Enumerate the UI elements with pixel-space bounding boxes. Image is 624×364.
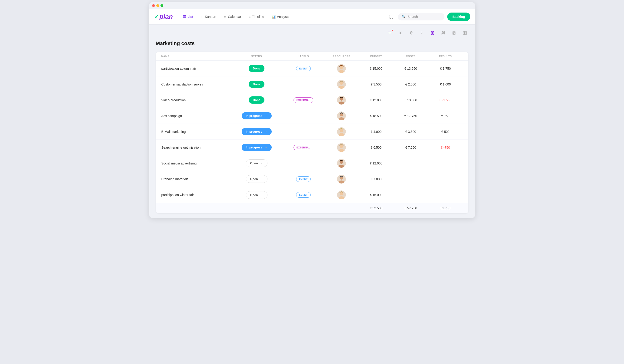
costs-value: € 13.250 [404,67,417,70]
puzzle-icon[interactable] [429,29,436,37]
users-icon[interactable] [440,29,447,37]
nav-kanban[interactable]: ⊞ Kanban [197,13,219,21]
expand-icon[interactable] [388,13,395,21]
maximize-dot[interactable] [160,4,163,7]
svg-rect-12 [463,31,464,33]
table-row[interactable]: Search engine optimisation In progress →… [156,140,468,155]
status-badge[interactable]: In progress → [242,144,272,151]
grid-icon[interactable] [461,29,468,37]
budget-value: € 6.500 [371,146,382,149]
costs-value: € 2.500 [405,82,416,86]
cell-budget: € 15.000 [359,67,393,70]
task-table: NAME STATUS LABELS RESOURCES BUDGET COST… [156,52,468,213]
cell-resources [324,112,359,120]
timeline-icon: ≡ [249,15,251,19]
status-badge[interactable]: Done [249,65,265,72]
table-row[interactable]: E-Mail marketing In progress → € 4.000 €… [156,124,468,140]
cell-name: Video production [161,98,231,102]
table-row[interactable]: participation autumn fair Done EVENT € 1… [156,61,468,76]
costs-value: € 3.500 [405,130,416,134]
col-status: STATUS [231,55,282,58]
close-dot[interactable] [152,4,155,7]
cell-name: Branding materials [161,177,231,181]
content: Marketing costs NAME STATUS LABELS RESOU… [149,25,475,218]
table-row[interactable]: Branding materials Open → EVENT € 7.000 [156,171,468,187]
status-badge[interactable]: In progress → [242,112,272,119]
task-name: Social media advertising [161,161,197,165]
table-footer: € 93.500 € 57.750 €1.750 [156,203,468,213]
cell-name: Customer satisfaction survey [161,82,231,86]
search-box[interactable]: 🔍 [398,13,444,21]
toolbar-row [156,29,468,37]
cell-resources [324,80,359,89]
cell-status[interactable]: In progress → [231,144,282,151]
svg-point-17 [340,66,343,69]
status-badge[interactable]: Open → [246,159,267,167]
budget-value: € 12.000 [370,98,383,102]
table-row[interactable]: Video production Done EXTERNAL € 12.000 … [156,92,468,108]
cell-resources [324,96,359,105]
status-badge[interactable]: In progress → [242,128,272,135]
footer-resources [324,206,359,210]
footer-results: €1.750 [428,206,463,210]
tools-icon[interactable] [397,29,404,37]
cell-name: Search engine optimisation [161,146,231,149]
task-name: E-Mail marketing [161,130,186,134]
table-row[interactable]: Social media advertising Open → € 12.000 [156,155,468,171]
cell-resources [324,64,359,73]
table-row[interactable]: Customer satisfaction survey Done € 3.50… [156,76,468,92]
task-name: participation autumn fair [161,67,196,70]
filter-icon[interactable] [386,29,393,37]
cell-costs: € 13.500 [393,98,428,102]
col-name: NAME [161,55,231,58]
backlog-button[interactable]: Backlog [447,13,470,21]
cell-results: € 750 [428,114,463,118]
cell-status[interactable]: Open → [231,159,282,167]
cell-status[interactable]: In progress → [231,128,282,135]
status-arrow: → [265,130,267,133]
nav-calendar[interactable]: ▦ Calendar [220,13,244,21]
table-row[interactable]: participation winter fair Open → EVENT €… [156,187,468,203]
cell-status[interactable]: Done [231,81,282,88]
cell-name: E-Mail marketing [161,130,231,134]
svg-point-1 [411,32,412,33]
status-badge[interactable]: Open → [246,175,267,183]
kanban-icon: ⊞ [201,15,204,19]
status-badge[interactable]: Done [249,81,265,88]
cell-resources [324,143,359,152]
costs-value: € 7.250 [405,146,416,149]
download-icon[interactable] [418,29,426,37]
col-resources: RESOURCES [324,55,359,58]
cell-status[interactable]: Done [231,96,282,104]
cell-budget: € 15.000 [359,193,393,197]
nav-items: ☰ List ⊞ Kanban ▦ Calendar ≡ Timeline 📊 … [180,13,388,21]
status-badge[interactable]: Done [249,96,265,104]
nav-analysis[interactable]: 📊 Analysis [268,13,292,21]
logo: ✓plan [154,13,173,21]
list-settings-icon[interactable] [450,29,458,37]
svg-rect-5 [433,33,434,34]
location-icon[interactable] [408,29,415,37]
table-row[interactable]: Ads campaign In progress → € 18.500 € 17… [156,108,468,124]
budget-value: € 18.500 [370,114,383,118]
results-value: € 750 [441,114,449,118]
cell-budget: € 12.000 [359,98,393,102]
cell-resources [324,159,359,168]
status-badge[interactable]: Open → [246,191,267,199]
nav-timeline[interactable]: ≡ Timeline [245,13,267,21]
cell-status[interactable]: Open → [231,175,282,183]
cell-status[interactable]: Done [231,65,282,72]
cell-budget: € 4.000 [359,130,393,134]
cell-costs: € 2.500 [393,82,428,86]
nav-list[interactable]: ☰ List [180,13,197,21]
task-name: Customer satisfaction survey [161,82,203,86]
calendar-icon: ▦ [224,15,227,19]
topbar: ✓plan ☰ List ⊞ Kanban ▦ Calendar ≡ Timel… [149,9,475,25]
search-input[interactable] [408,15,441,19]
cell-status[interactable]: Open → [231,191,282,199]
footer-budget: € 93.500 [359,206,393,210]
results-value: € -1.500 [439,98,451,102]
cell-status[interactable]: In progress → [231,112,282,119]
task-name: Search engine optimisation [161,146,201,149]
minimize-dot[interactable] [156,4,159,7]
